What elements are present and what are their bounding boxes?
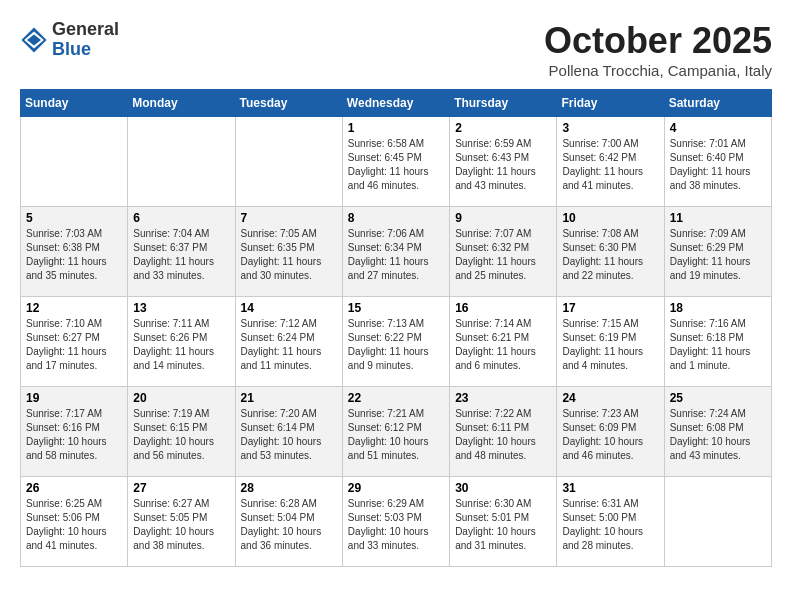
day-info: Sunrise: 6:31 AMSunset: 5:00 PMDaylight:…: [562, 497, 658, 553]
day-number: 23: [455, 391, 551, 405]
calendar-header: Sunday Monday Tuesday Wednesday Thursday…: [21, 90, 772, 117]
day-number: 18: [670, 301, 766, 315]
day-number: 12: [26, 301, 122, 315]
table-row: [235, 117, 342, 207]
day-info: Sunrise: 7:24 AMSunset: 6:08 PMDaylight:…: [670, 407, 766, 463]
day-number: 22: [348, 391, 444, 405]
header-tuesday: Tuesday: [235, 90, 342, 117]
table-row: 11Sunrise: 7:09 AMSunset: 6:29 PMDayligh…: [664, 207, 771, 297]
location: Pollena Trocchia, Campania, Italy: [544, 62, 772, 79]
day-number: 14: [241, 301, 337, 315]
table-row: 25Sunrise: 7:24 AMSunset: 6:08 PMDayligh…: [664, 387, 771, 477]
day-info: Sunrise: 7:01 AMSunset: 6:40 PMDaylight:…: [670, 137, 766, 193]
day-info: Sunrise: 7:00 AMSunset: 6:42 PMDaylight:…: [562, 137, 658, 193]
table-row: 23Sunrise: 7:22 AMSunset: 6:11 PMDayligh…: [450, 387, 557, 477]
table-row: 4Sunrise: 7:01 AMSunset: 6:40 PMDaylight…: [664, 117, 771, 207]
table-row: 9Sunrise: 7:07 AMSunset: 6:32 PMDaylight…: [450, 207, 557, 297]
day-info: Sunrise: 7:11 AMSunset: 6:26 PMDaylight:…: [133, 317, 229, 373]
day-info: Sunrise: 7:08 AMSunset: 6:30 PMDaylight:…: [562, 227, 658, 283]
logo: General Blue: [20, 20, 119, 60]
day-number: 24: [562, 391, 658, 405]
title-block: October 2025 Pollena Trocchia, Campania,…: [544, 20, 772, 79]
day-info: Sunrise: 7:09 AMSunset: 6:29 PMDaylight:…: [670, 227, 766, 283]
day-info: Sunrise: 6:59 AMSunset: 6:43 PMDaylight:…: [455, 137, 551, 193]
table-row: 22Sunrise: 7:21 AMSunset: 6:12 PMDayligh…: [342, 387, 449, 477]
calendar-week-3: 12Sunrise: 7:10 AMSunset: 6:27 PMDayligh…: [21, 297, 772, 387]
day-number: 28: [241, 481, 337, 495]
day-number: 11: [670, 211, 766, 225]
table-row: 31Sunrise: 6:31 AMSunset: 5:00 PMDayligh…: [557, 477, 664, 567]
day-number: 9: [455, 211, 551, 225]
table-row: [664, 477, 771, 567]
day-number: 3: [562, 121, 658, 135]
day-info: Sunrise: 7:13 AMSunset: 6:22 PMDaylight:…: [348, 317, 444, 373]
calendar-week-5: 26Sunrise: 6:25 AMSunset: 5:06 PMDayligh…: [21, 477, 772, 567]
calendar-week-4: 19Sunrise: 7:17 AMSunset: 6:16 PMDayligh…: [21, 387, 772, 477]
day-number: 8: [348, 211, 444, 225]
header-sunday: Sunday: [21, 90, 128, 117]
table-row: 12Sunrise: 7:10 AMSunset: 6:27 PMDayligh…: [21, 297, 128, 387]
logo-icon: [20, 26, 48, 54]
table-row: 30Sunrise: 6:30 AMSunset: 5:01 PMDayligh…: [450, 477, 557, 567]
day-info: Sunrise: 7:07 AMSunset: 6:32 PMDaylight:…: [455, 227, 551, 283]
table-row: 3Sunrise: 7:00 AMSunset: 6:42 PMDaylight…: [557, 117, 664, 207]
table-row: 16Sunrise: 7:14 AMSunset: 6:21 PMDayligh…: [450, 297, 557, 387]
calendar-table: Sunday Monday Tuesday Wednesday Thursday…: [20, 89, 772, 567]
day-info: Sunrise: 7:04 AMSunset: 6:37 PMDaylight:…: [133, 227, 229, 283]
table-row: 21Sunrise: 7:20 AMSunset: 6:14 PMDayligh…: [235, 387, 342, 477]
day-info: Sunrise: 7:17 AMSunset: 6:16 PMDaylight:…: [26, 407, 122, 463]
table-row: [128, 117, 235, 207]
day-info: Sunrise: 7:19 AMSunset: 6:15 PMDaylight:…: [133, 407, 229, 463]
day-number: 19: [26, 391, 122, 405]
calendar-week-2: 5Sunrise: 7:03 AMSunset: 6:38 PMDaylight…: [21, 207, 772, 297]
table-row: 24Sunrise: 7:23 AMSunset: 6:09 PMDayligh…: [557, 387, 664, 477]
day-number: 4: [670, 121, 766, 135]
day-info: Sunrise: 7:16 AMSunset: 6:18 PMDaylight:…: [670, 317, 766, 373]
table-row: 6Sunrise: 7:04 AMSunset: 6:37 PMDaylight…: [128, 207, 235, 297]
table-row: 19Sunrise: 7:17 AMSunset: 6:16 PMDayligh…: [21, 387, 128, 477]
day-info: Sunrise: 7:22 AMSunset: 6:11 PMDaylight:…: [455, 407, 551, 463]
day-number: 16: [455, 301, 551, 315]
day-number: 25: [670, 391, 766, 405]
header-saturday: Saturday: [664, 90, 771, 117]
day-info: Sunrise: 7:06 AMSunset: 6:34 PMDaylight:…: [348, 227, 444, 283]
day-info: Sunrise: 6:27 AMSunset: 5:05 PMDaylight:…: [133, 497, 229, 553]
day-info: Sunrise: 6:30 AMSunset: 5:01 PMDaylight:…: [455, 497, 551, 553]
day-number: 27: [133, 481, 229, 495]
header-thursday: Thursday: [450, 90, 557, 117]
calendar-week-1: 1Sunrise: 6:58 AMSunset: 6:45 PMDaylight…: [21, 117, 772, 207]
day-info: Sunrise: 7:21 AMSunset: 6:12 PMDaylight:…: [348, 407, 444, 463]
day-number: 17: [562, 301, 658, 315]
calendar-body: 1Sunrise: 6:58 AMSunset: 6:45 PMDaylight…: [21, 117, 772, 567]
day-number: 6: [133, 211, 229, 225]
day-number: 26: [26, 481, 122, 495]
day-number: 31: [562, 481, 658, 495]
day-info: Sunrise: 7:23 AMSunset: 6:09 PMDaylight:…: [562, 407, 658, 463]
day-info: Sunrise: 7:15 AMSunset: 6:19 PMDaylight:…: [562, 317, 658, 373]
header-friday: Friday: [557, 90, 664, 117]
header-wednesday: Wednesday: [342, 90, 449, 117]
header-monday: Monday: [128, 90, 235, 117]
table-row: 8Sunrise: 7:06 AMSunset: 6:34 PMDaylight…: [342, 207, 449, 297]
logo-text: General Blue: [52, 20, 119, 60]
day-number: 13: [133, 301, 229, 315]
table-row: [21, 117, 128, 207]
day-number: 15: [348, 301, 444, 315]
day-info: Sunrise: 6:25 AMSunset: 5:06 PMDaylight:…: [26, 497, 122, 553]
day-number: 5: [26, 211, 122, 225]
logo-general: General: [52, 20, 119, 40]
day-number: 2: [455, 121, 551, 135]
day-number: 30: [455, 481, 551, 495]
day-number: 20: [133, 391, 229, 405]
day-info: Sunrise: 7:05 AMSunset: 6:35 PMDaylight:…: [241, 227, 337, 283]
page-header: General Blue October 2025 Pollena Trocch…: [20, 20, 772, 79]
day-info: Sunrise: 7:20 AMSunset: 6:14 PMDaylight:…: [241, 407, 337, 463]
day-number: 1: [348, 121, 444, 135]
day-number: 21: [241, 391, 337, 405]
table-row: 5Sunrise: 7:03 AMSunset: 6:38 PMDaylight…: [21, 207, 128, 297]
table-row: 1Sunrise: 6:58 AMSunset: 6:45 PMDaylight…: [342, 117, 449, 207]
day-number: 7: [241, 211, 337, 225]
day-info: Sunrise: 6:58 AMSunset: 6:45 PMDaylight:…: [348, 137, 444, 193]
table-row: 14Sunrise: 7:12 AMSunset: 6:24 PMDayligh…: [235, 297, 342, 387]
day-number: 10: [562, 211, 658, 225]
